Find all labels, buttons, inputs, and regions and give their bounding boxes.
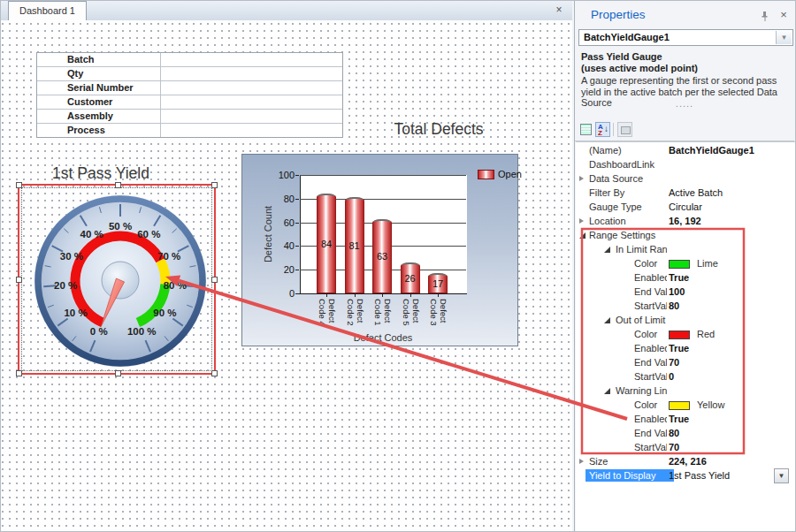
object-selector-combobox[interactable]: BatchYieldGauge1 ▾ xyxy=(578,29,793,46)
x-tick-mark xyxy=(355,294,356,297)
property-name: Yield to Display xyxy=(586,469,674,482)
property-row-enabled[interactable]: EnabledTrue xyxy=(576,413,795,427)
color-swatch xyxy=(669,260,690,269)
expand-expander-icon[interactable] xyxy=(579,176,584,181)
property-value: 70 xyxy=(669,357,679,368)
property-row-filter-by[interactable]: Filter ByActive Batch xyxy=(576,186,795,201)
table-row-value xyxy=(161,95,342,109)
property-name: Enabled xyxy=(634,272,667,283)
property-row-yield-to-display[interactable]: Yield to Display1st Pass Yield xyxy=(576,469,795,483)
property-value: Active Batch xyxy=(669,187,723,198)
property-value: 80 xyxy=(669,428,679,438)
property-row-gauge-type[interactable]: Gauge TypeCircular xyxy=(576,201,795,215)
property-name: Enabled xyxy=(634,414,667,424)
property-name: In Limit Ran xyxy=(616,244,667,255)
selection-handle[interactable] xyxy=(115,370,121,376)
selection-handle[interactable] xyxy=(115,182,121,188)
table-row-value xyxy=(161,67,342,80)
y-tick-label: 20 xyxy=(270,264,295,275)
property-name: (Name) xyxy=(589,145,667,156)
property-name: Gauge Type xyxy=(589,201,667,212)
toolbar-separator xyxy=(613,123,614,136)
property-row-in-limit-ran[interactable]: In Limit Ran xyxy=(576,243,795,257)
selection-handle[interactable] xyxy=(16,277,22,283)
property-name: Location xyxy=(589,216,667,226)
property-name: StartVal xyxy=(634,442,667,452)
x-category-label: Defect Code 3 xyxy=(429,299,448,334)
selection-handle[interactable] xyxy=(211,277,218,283)
y-tick-label: 80 xyxy=(270,194,295,204)
tab-dashboard-1[interactable]: Dashboard 1 xyxy=(8,1,87,20)
property-name: Warning Lin xyxy=(616,385,667,396)
property-row-color[interactable]: ColorYellow xyxy=(576,399,795,413)
categorized-view-icon[interactable] xyxy=(578,122,593,137)
property-pages-icon xyxy=(617,122,632,137)
property-row-dashboardlink[interactable]: DashboardLink xyxy=(576,158,795,172)
bar-value-label: 84 xyxy=(314,239,339,249)
property-row-startval[interactable]: StartVal0 xyxy=(576,370,795,384)
property-row-startval[interactable]: StartVal70 xyxy=(576,441,795,455)
property-row-enabled[interactable]: EnabledTrue xyxy=(576,271,795,285)
property-row-data-source[interactable]: Data Source xyxy=(576,172,795,186)
table-row-value xyxy=(161,110,342,123)
property-row-end-val[interactable]: End Val80 xyxy=(576,427,795,441)
property-value: 224, 216 xyxy=(669,456,707,467)
property-row-color[interactable]: ColorRed xyxy=(576,328,795,342)
document-close-icon[interactable]: × xyxy=(553,4,565,16)
chevron-down-icon[interactable]: ▾ xyxy=(776,31,792,44)
selection-handle[interactable] xyxy=(16,182,22,188)
table-row: Serial Number xyxy=(37,81,342,95)
property-name: Out of Limit xyxy=(616,315,667,325)
collapse-expander-icon[interactable] xyxy=(604,317,610,323)
table-row: Customer xyxy=(37,95,342,110)
total-defects-chart-widget[interactable]: 02040608010084Defect Code 481Defect Code… xyxy=(241,154,518,346)
properties-panel: Properties × BatchYieldGauge1 ▾ Pass Yie… xyxy=(574,1,796,532)
properties-panel-title: Properties xyxy=(591,8,646,21)
y-axis-title: Defect Count xyxy=(263,186,273,283)
y-tick-mark xyxy=(295,223,299,224)
property-name: Color xyxy=(634,329,667,339)
selection-handle[interactable] xyxy=(211,370,218,376)
alphabetical-sort-icon[interactable]: AZ↓ xyxy=(595,122,610,137)
property-row-range-settings[interactable]: Range Settings xyxy=(576,229,795,243)
property-name: Color xyxy=(634,258,667,269)
value-dropdown-button[interactable]: ▼ xyxy=(774,468,789,483)
expand-expander-icon[interactable] xyxy=(579,218,584,224)
property-name: Size xyxy=(589,456,667,467)
selection-handle[interactable] xyxy=(16,370,22,376)
gauge-selection-dotted-border xyxy=(21,187,212,371)
close-icon[interactable]: × xyxy=(777,8,790,21)
selection-handle[interactable] xyxy=(211,182,218,188)
property-row-enabled[interactable]: EnabledTrue xyxy=(576,342,795,356)
property-row-color[interactable]: ColorLime xyxy=(576,257,795,271)
property-row-startval[interactable]: StartVal80 xyxy=(576,300,795,314)
object-selector-value: BatchYieldGauge1 xyxy=(584,32,670,42)
property-value: 1st Pass Yield xyxy=(669,470,730,481)
table-row-value xyxy=(161,81,342,95)
collapse-expander-icon[interactable] xyxy=(604,247,610,253)
property-row-end-val[interactable]: End Val70 xyxy=(576,356,795,370)
table-row-value xyxy=(161,53,342,66)
splitter-gripper[interactable]: ..... xyxy=(575,98,794,109)
x-tick-mark xyxy=(438,294,439,297)
property-row-out-of-limit[interactable]: Out of Limit xyxy=(576,314,795,328)
y-tick-label: 0 xyxy=(270,288,295,299)
x-tick-mark xyxy=(410,294,411,297)
property-value: Red xyxy=(697,329,715,339)
table-row: Assembly xyxy=(37,110,342,124)
dashboard-canvas[interactable]: BatchQtySerial NumberCustomerAssemblyPro… xyxy=(1,20,572,532)
property-row-location[interactable]: Location16, 192 xyxy=(576,215,795,229)
property-row--name-[interactable]: (Name)BatchYieldGauge1 xyxy=(576,144,795,158)
batch-info-table-widget[interactable]: BatchQtySerial NumberCustomerAssemblyPro… xyxy=(36,52,343,138)
property-row-size[interactable]: Size224, 216 xyxy=(576,455,795,469)
pin-icon[interactable] xyxy=(759,10,769,21)
property-name: End Val xyxy=(634,286,667,297)
legend-swatch xyxy=(478,170,494,179)
property-value: 70 xyxy=(669,442,679,452)
property-row-warning-lin[interactable]: Warning Lin xyxy=(576,384,795,399)
collapse-expander-icon[interactable] xyxy=(579,232,586,239)
expand-expander-icon[interactable] xyxy=(579,459,584,464)
collapse-expander-icon[interactable] xyxy=(604,388,610,394)
property-row-end-val[interactable]: End Val100 xyxy=(576,285,795,300)
property-name: Range Settings xyxy=(589,230,667,240)
